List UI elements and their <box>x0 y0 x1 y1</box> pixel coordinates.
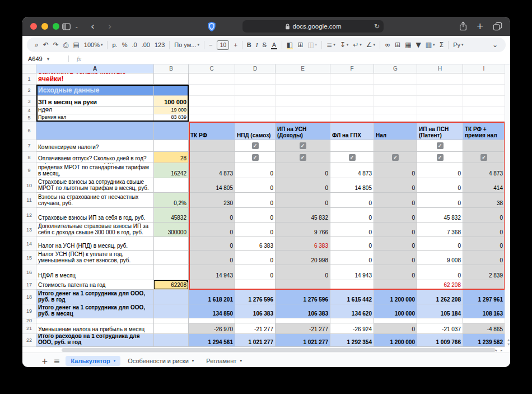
add-sheet-icon[interactable]: + <box>41 356 48 365</box>
zoom-window-button[interactable] <box>53 23 59 30</box>
cell-F3[interactable] <box>330 96 374 107</box>
decrease-decimal-button[interactable]: .0 <box>129 41 139 48</box>
cell-H14[interactable]: 0 <box>417 237 463 251</box>
scroll-right-icon[interactable]: ▸ <box>501 348 502 353</box>
cell-E17[interactable] <box>276 280 330 290</box>
row-header-20[interactable]: 20 <box>22 318 36 323</box>
increase-font-size-button[interactable]: + <box>231 41 239 48</box>
cell-E4[interactable] <box>276 107 330 114</box>
font-size-input[interactable]: 10 <box>214 40 231 50</box>
cell-I16[interactable]: 2 839 <box>463 265 505 280</box>
cell-I7[interactable] <box>463 140 505 152</box>
row-header-10[interactable]: 10 <box>22 178 36 193</box>
cell-C15[interactable]: 0 <box>189 251 235 265</box>
cell-D8[interactable]: ✓ <box>235 152 276 163</box>
cell-E5[interactable] <box>276 114 330 122</box>
cell-D1[interactable] <box>235 73 276 85</box>
italic-button[interactable]: I <box>254 41 260 48</box>
cell-G17[interactable] <box>374 280 417 290</box>
cell-E21[interactable]: -21 277 <box>276 323 330 334</box>
cell-E7[interactable]: ✓ <box>276 140 330 152</box>
cell-I17[interactable] <box>463 280 505 290</box>
cell-G18[interactable]: 1 200 000 <box>374 290 417 304</box>
cell-B7[interactable] <box>154 140 189 152</box>
sheet-tab-3[interactable]: Регламент▾ <box>201 356 247 366</box>
cell-F16[interactable]: 14 943 <box>330 265 374 280</box>
vertical-align-icon[interactable]: ↧▾ <box>338 41 351 49</box>
cell-E1[interactable] <box>276 73 330 85</box>
cell-G7[interactable] <box>374 140 417 152</box>
scroll-left-icon[interactable]: ◂ <box>495 348 497 353</box>
scroll-down-icon[interactable]: ▼ <box>507 342 510 346</box>
cell-B2[interactable] <box>154 85 189 96</box>
cell-D20[interactable] <box>235 318 276 323</box>
cell-G20[interactable] <box>374 318 417 323</box>
cell-A3[interactable]: ЗП в месяц на руки <box>36 96 154 107</box>
cell-E9[interactable]: 0 <box>276 163 330 178</box>
cell-D9[interactable]: 0 <box>235 163 276 178</box>
checkbox-D8-checked[interactable]: ✓ <box>252 154 259 161</box>
checkbox-H8-checked[interactable]: ✓ <box>437 154 444 161</box>
cell-D15[interactable]: 0 <box>235 251 276 265</box>
cell-H17[interactable]: 62 208 <box>417 280 463 290</box>
functions-icon[interactable]: Σ <box>437 41 446 49</box>
cell-H20[interactable] <box>417 318 463 323</box>
cell-A9[interactable]: Страховые взносы за сотрудника в предела… <box>36 163 154 178</box>
checkbox-E8-checked[interactable]: ✓ <box>300 154 306 161</box>
cell-C8[interactable] <box>189 152 235 163</box>
sheet-tab-menu-icon[interactable]: ▾ <box>240 359 242 363</box>
cell-H2[interactable] <box>417 85 463 96</box>
cell-B19[interactable] <box>154 304 189 318</box>
cell-F11[interactable]: 0 <box>330 193 374 208</box>
decrease-font-size-button[interactable]: − <box>207 41 214 48</box>
cell-E20[interactable] <box>276 318 330 323</box>
cell-G1[interactable] <box>374 73 417 85</box>
row-header-16[interactable]: 16 <box>22 265 36 280</box>
cell-E19[interactable]: 106 383 <box>276 304 330 318</box>
cell-A1[interactable]: Заполнять только желтые ячейки! <box>36 73 154 85</box>
cell-G12[interactable]: 0 <box>374 208 417 223</box>
cell-A17[interactable]: Стоимость патента на год <box>36 280 154 290</box>
cell-G10[interactable]: 0 <box>374 178 417 193</box>
cell-I19[interactable]: 108 163 <box>463 304 505 318</box>
cell-D13[interactable]: 0 <box>235 223 276 237</box>
cell-G6[interactable]: Нал <box>374 122 417 140</box>
reload-icon[interactable]: ↻ <box>374 22 380 30</box>
cell-H21[interactable]: -21 037 <box>417 323 463 334</box>
row-header-5[interactable]: 5 <box>22 114 36 122</box>
cell-I22[interactable]: 1 239 582 <box>463 334 505 347</box>
cell-I10[interactable]: 414 <box>463 178 505 193</box>
cell-H22[interactable]: 1 009 766 <box>417 334 463 347</box>
cell-A20[interactable] <box>36 318 154 323</box>
cell-A13[interactable]: Дополнительные страховые взносы ИП за се… <box>36 223 154 237</box>
cell-E13[interactable]: 9 766 <box>276 223 330 237</box>
name-box[interactable]: A649 ▾ <box>22 55 68 62</box>
cell-B20[interactable] <box>154 318 189 323</box>
cell-D10[interactable]: 0 <box>235 178 276 193</box>
cell-D4[interactable] <box>235 107 276 114</box>
insert-comment-icon[interactable]: ⊞ <box>393 41 403 49</box>
cell-H4[interactable] <box>417 107 463 114</box>
cell-I2[interactable] <box>463 85 505 96</box>
cell-G11[interactable]: 0 <box>374 193 417 208</box>
percent-format-button[interactable]: % <box>120 41 130 48</box>
cell-C3[interactable] <box>189 96 235 107</box>
col-header-H[interactable]: H <box>417 64 463 73</box>
cell-C11[interactable]: 230 <box>189 193 235 208</box>
currency-format-button[interactable]: р. <box>110 41 119 48</box>
cell-E12[interactable]: 45 832 <box>276 208 330 223</box>
sidebar-icon[interactable] <box>62 22 71 31</box>
vertical-scrollbar[interactable]: ▲ ▼ <box>505 64 510 347</box>
cell-B6[interactable] <box>154 122 189 140</box>
cell-F8[interactable]: ✓ <box>330 152 374 163</box>
cell-E3[interactable] <box>276 96 330 107</box>
cell-I11[interactable]: 38 <box>463 193 505 208</box>
sheet-tab-2[interactable]: Особенности и риски▾ <box>123 356 199 366</box>
close-window-button[interactable] <box>30 23 37 30</box>
col-header-B[interactable]: B <box>154 64 189 73</box>
cell-C21[interactable]: -26 970 <box>189 323 235 334</box>
col-header-G[interactable]: G <box>374 64 417 73</box>
cell-I4[interactable] <box>463 107 505 114</box>
cell-I13[interactable]: 0 <box>463 223 505 237</box>
row-header-17[interactable]: 17 <box>22 280 36 290</box>
